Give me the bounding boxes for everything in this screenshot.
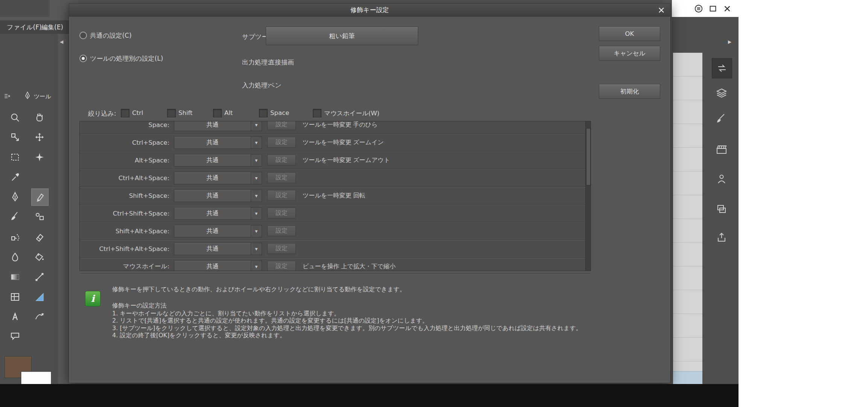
- action-dropdown[interactable]: 共通 ▼: [174, 243, 262, 255]
- panel-hamburger-icon[interactable]: [693, 3, 704, 14]
- modifier-key-settings-dialog: 修飾キー設定 共通の設定(C) ツールの処理別の設定(L) サブツール: 粗い鉛…: [69, 3, 670, 383]
- collapse-right-icon[interactable]: ▶: [728, 39, 731, 44]
- action-dropdown[interactable]: 共通 ▼: [174, 260, 262, 271]
- info-step-2: 2. リストで[共通]を選択すると共通の設定が使われます。共通の設定を変更するに…: [112, 317, 428, 325]
- radio-per-tool-settings-label[interactable]: ツールの処理別の設定(L): [90, 54, 163, 63]
- move-tool-icon[interactable]: [31, 129, 48, 145]
- filter-alt-checkbox[interactable]: [213, 109, 222, 118]
- action-dropdown[interactable]: 共通 ▼: [174, 207, 262, 220]
- row-key: Ctrl+Alt+Space:: [80, 169, 172, 187]
- export-icon[interactable]: [712, 228, 731, 247]
- ruler-tool-icon[interactable]: [31, 289, 48, 305]
- filter-ctrl-checkbox[interactable]: [121, 109, 129, 118]
- text-tool-icon[interactable]: [7, 308, 23, 325]
- hand-tool-icon[interactable]: [31, 109, 48, 126]
- action-dropdown[interactable]: 共通 ▼: [174, 136, 262, 149]
- animation-clapper-icon[interactable]: [712, 140, 731, 159]
- zoom-tool-icon[interactable]: [7, 109, 23, 126]
- auto-select-tool-icon[interactable]: [31, 149, 48, 165]
- row-key: Ctrl+Space:: [80, 134, 172, 151]
- app-titlebar-fragment: [0, 0, 69, 20]
- pen-tool-icon[interactable]: [7, 188, 23, 205]
- layers-icon[interactable]: [712, 83, 731, 103]
- menu-file[interactable]: ファイル(F): [7, 20, 42, 34]
- settings-button[interactable]: 設定: [267, 243, 296, 254]
- settings-button[interactable]: 設定: [267, 121, 296, 130]
- figure-model-icon[interactable]: [712, 169, 731, 189]
- eraser-tool-icon[interactable]: [31, 229, 48, 246]
- table-row: マウスホイール: 共通 ▼ 設定 ビューを操作 上で拡大・下で縮小: [80, 258, 591, 271]
- layer-list[interactable]: [673, 53, 702, 384]
- ok-button[interactable]: OK: [599, 26, 660, 41]
- settings-button[interactable]: 設定: [267, 155, 296, 165]
- panel-gap: [58, 34, 69, 384]
- reset-button[interactable]: 初期化: [599, 84, 660, 99]
- cancel-button[interactable]: キャンセル: [599, 46, 660, 61]
- collapse-left-icon[interactable]: ◀: [60, 39, 63, 44]
- panel-menu-icon[interactable]: [4, 93, 11, 101]
- row-key: Ctrl+Shift+Space:: [80, 205, 172, 222]
- close-window-icon[interactable]: [722, 3, 732, 14]
- row-action-description: ツールを一時変更 回転: [303, 187, 365, 204]
- action-dropdown[interactable]: 共通 ▼: [174, 154, 262, 167]
- filter-mousewheel-label[interactable]: マウスホイール(W): [324, 109, 379, 118]
- settings-button[interactable]: 設定: [267, 172, 296, 183]
- chevron-down-icon: ▼: [251, 243, 262, 255]
- settings-button[interactable]: 設定: [267, 208, 296, 219]
- table-scrollbar[interactable]: [585, 121, 591, 271]
- duplicate-layer-icon[interactable]: [712, 199, 731, 219]
- pencil-tool-icon[interactable]: [31, 188, 49, 206]
- tool-panel-pen-icon: [23, 91, 32, 101]
- brush-tool-icon[interactable]: [7, 208, 23, 225]
- tone-brush-icon[interactable]: [712, 109, 731, 129]
- filter-shift-label[interactable]: Shift: [178, 109, 193, 116]
- decoration-tool-icon[interactable]: [31, 208, 48, 225]
- line-correct-tool-icon[interactable]: [31, 308, 48, 325]
- filter-space-label[interactable]: Space: [270, 109, 289, 116]
- scrollbar-thumb[interactable]: [586, 128, 591, 185]
- gradient-tool-icon[interactable]: [7, 269, 23, 285]
- maximize-icon[interactable]: [708, 3, 718, 14]
- table-row: Alt+Space: 共通 ▼ 設定 ツールを一時変更 ズームアウト: [80, 151, 591, 169]
- radio-common-settings[interactable]: [79, 32, 87, 39]
- fill-tool-icon[interactable]: [31, 249, 48, 265]
- table-row: Shift+Space: 共通 ▼ 設定 ツールを一時変更 回転: [80, 187, 591, 205]
- figure-tool-icon[interactable]: [31, 269, 48, 285]
- radio-common-settings-label[interactable]: 共通の設定(C): [90, 31, 132, 40]
- menu-edit[interactable]: 編集(E): [41, 20, 63, 34]
- dialog-close-icon[interactable]: [656, 5, 666, 15]
- filter-ctrl-label[interactable]: Ctrl: [132, 109, 143, 116]
- filter-shift-checkbox[interactable]: [167, 109, 176, 118]
- frame-tool-icon[interactable]: [7, 289, 23, 305]
- chevron-down-icon: ▼: [251, 208, 262, 219]
- app-titlebar-dark-block: [0, 0, 50, 17]
- balloon-tool-icon[interactable]: [7, 328, 23, 344]
- marquee-tool-icon[interactable]: [7, 149, 23, 165]
- layer-list-selected-row[interactable]: [673, 371, 702, 384]
- filter-alt-label[interactable]: Alt: [224, 109, 233, 116]
- settings-button[interactable]: 設定: [267, 261, 296, 271]
- swap-colors-icon[interactable]: [712, 58, 732, 78]
- settings-button[interactable]: 設定: [267, 137, 296, 148]
- filter-space-checkbox[interactable]: [259, 109, 268, 118]
- info-step-4: 4. 設定の終了後[OK]をクリックすると、変更が反映されます。: [112, 332, 286, 340]
- table-row: Ctrl+Space: 共通 ▼ 設定 ツールを一時変更 ズームイン: [80, 134, 591, 151]
- subtool-button[interactable]: 粗い鉛筆: [266, 27, 418, 45]
- chevron-down-icon: ▼: [251, 190, 262, 202]
- row-key: マウスホイール:: [80, 258, 172, 271]
- action-dropdown[interactable]: 共通 ▼: [174, 225, 262, 237]
- action-dropdown[interactable]: 共通 ▼: [174, 172, 262, 184]
- action-dropdown[interactable]: 共通 ▼: [174, 121, 262, 131]
- blend-tool-icon[interactable]: [7, 249, 23, 265]
- info-step-3: 3. [サブツール]をクリックして選択すると、設定対象の入力処理と出力処理を変更…: [112, 324, 582, 332]
- eyedropper-tool-icon[interactable]: [7, 169, 23, 185]
- operate-tool-icon[interactable]: [7, 129, 23, 145]
- settings-button[interactable]: 設定: [267, 190, 296, 201]
- radio-per-tool-settings[interactable]: [79, 55, 87, 62]
- airbrush-tool-icon[interactable]: [7, 229, 23, 246]
- action-dropdown[interactable]: 共通 ▼: [174, 190, 262, 202]
- filter-mousewheel-checkbox[interactable]: [313, 109, 321, 118]
- settings-button[interactable]: 設定: [267, 225, 296, 236]
- table-row: Ctrl+Shift+Space: 共通 ▼ 設定: [80, 205, 591, 222]
- row-key: Shift+Alt+Space:: [80, 222, 172, 240]
